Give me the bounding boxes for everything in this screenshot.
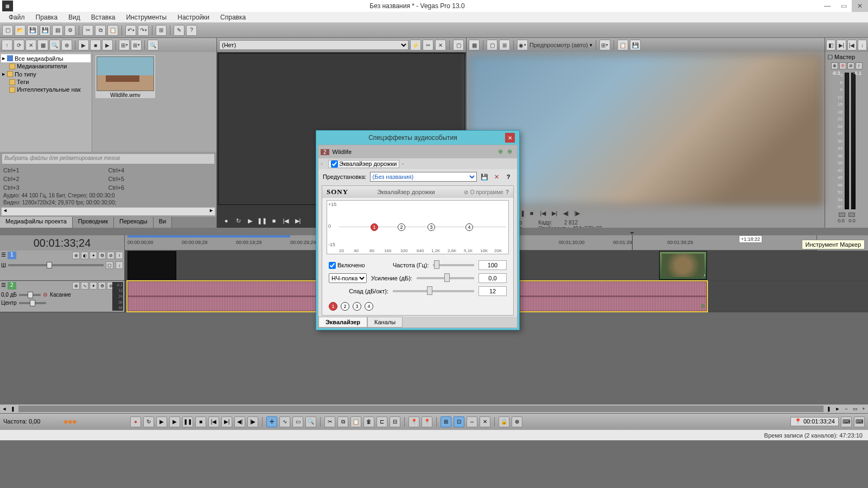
trimmer-dropdown[interactable]: (Нет) [219,40,409,50]
fx-icon[interactable]: ✦ [90,252,97,259]
level-slider[interactable] [8,264,104,266]
m-btn3[interactable]: |◀ [847,40,857,50]
play-icon[interactable]: ▶ [78,40,89,50]
fx-enable-checkbox[interactable] [331,160,338,168]
autocross-icon[interactable]: ✕ [480,416,490,427]
marker-icon[interactable]: 📍 [409,416,419,427]
automation-icon[interactable]: ◐ [81,252,88,259]
new-icon[interactable]: ▢ [2,25,13,36]
quantize-icon[interactable]: ⊡ [454,416,464,427]
filter-type-dropdown[interactable]: НЧ-полка [329,273,367,283]
fx2-icon[interactable]: ✂ [423,40,433,50]
fader-r[interactable] [848,213,855,217]
rolloff-input[interactable] [478,286,507,296]
eq-band-1[interactable]: 1 [371,223,378,231]
tab-channels[interactable]: Каналы [367,317,403,328]
normal-edit-icon[interactable]: ✛ [266,416,277,427]
video-clip[interactable] [127,251,176,280]
gostart-icon[interactable]: |◀ [208,416,219,427]
saveas-icon[interactable]: 💾 [40,25,50,36]
tree-smart[interactable]: Интеллектуальные нак [1,86,91,93]
preview-screen[interactable] [469,54,822,205]
menu-view[interactable]: Вид [63,12,86,22]
eq-graph[interactable]: +15 0 -15 1 2 3 4 20 40 80 160 320 640 1… [327,200,509,254]
snap-icon[interactable]: ⊞ [441,416,451,427]
mute-icon[interactable]: ⊘ [107,252,114,259]
undo-icon[interactable]: ↶ [125,25,136,36]
redo-icon[interactable]: ↷ [138,25,149,36]
m-btn4[interactable]: ↓ [858,40,867,50]
stop-icon[interactable]: ■ [527,208,537,218]
timeline-timecode[interactable]: 00:01:33;24 [0,235,125,251]
stop-icon[interactable]: ■ [195,416,206,427]
search-icon[interactable]: 🔍 [148,40,158,50]
master-gear-icon[interactable]: ⚙ [839,62,846,69]
views-icon[interactable]: ⊞ [119,40,130,50]
freq-input[interactable] [478,260,507,270]
help-icon[interactable]: ? [504,172,513,181]
m-btn2[interactable]: ▶| [837,40,846,50]
fx-enable-tab[interactable]: Эквалайзер дорожки [328,160,399,168]
tab-transitions[interactable]: Переходы [114,217,154,228]
region-icon[interactable]: 📍 [422,416,432,427]
chain-fx-icon[interactable]: ⊕ [507,148,515,156]
quality-icon[interactable]: ◉ [517,40,528,50]
goend-icon[interactable]: ▶| [221,416,232,427]
display-icon[interactable]: ▢ [453,40,464,50]
save-preset-icon[interactable]: 💾 [480,172,489,181]
preset-dropdown[interactable]: (Без названия) [370,172,477,182]
media-thumb[interactable]: Wildlife.wmv [95,55,155,98]
comp-icon[interactable]: ▢ [106,261,113,269]
next-fx-icon[interactable]: ◦ [401,160,407,167]
master-solo-icon[interactable]: ! [856,62,863,69]
autoripple-icon[interactable]: ↔ [467,416,477,427]
tab-project-media[interactable]: Медиафайлы проекта [0,217,73,228]
video-clip-end[interactable]: ⊕ [659,251,707,280]
marker-tool-icon[interactable]: ✎ [174,25,184,36]
kb2-icon[interactable]: ⌨ [854,416,865,427]
help-icon[interactable]: ? [186,25,197,36]
copy-icon[interactable]: ⧉ [337,416,348,427]
playstart-icon[interactable]: ▶ [156,416,167,427]
refresh-icon[interactable]: ⟳ [14,40,24,50]
band-enable-checkbox[interactable] [329,262,336,269]
clip-fx-icon[interactable]: ⊕ [700,303,705,310]
menu-options[interactable]: Настройки [172,12,215,22]
tab-equalizer[interactable]: Эквалайзер [318,317,367,328]
stop-icon[interactable]: ■ [90,40,101,50]
loop-icon[interactable]: ↻ [143,416,154,427]
play-icon[interactable]: ▶ [245,216,255,226]
fx-icon[interactable]: ✦ [90,282,97,290]
master-mute-icon[interactable]: ⊘ [847,62,854,69]
prevframe-icon[interactable]: ◀| [234,416,245,427]
menu-tools[interactable]: Инструменты [120,12,172,22]
dialog-close-icon[interactable]: ✕ [505,133,515,143]
goend-icon[interactable]: ▶| [550,208,559,218]
snapshot-icon[interactable]: 📋 [617,40,628,50]
bypass-icon[interactable]: ⊕ [72,252,80,259]
band-btn-4[interactable]: 4 [365,302,373,311]
video-track-header[interactable]: ☰ 1 ⊕ ◐ ✦ ⚙ ⊘ ! Ш ▢ ↓ [0,251,125,280]
properties-icon[interactable]: ⚙ [65,25,75,36]
tab-explorer[interactable]: Проводник [73,217,114,228]
trim-icon[interactable]: ⊏ [376,416,387,427]
menu-file[interactable]: Файл [3,12,30,22]
audio-track-header[interactable]: ☰ 2 ⊕ ∿ ✦ ⚙ ⊘ ! 0,0 дБ ⚙Касание Центр -6… [0,281,125,312]
eq-band-4[interactable]: 4 [465,223,473,231]
menu-help[interactable]: Справка [215,12,251,22]
ignore-icon[interactable]: ⊗ [512,416,522,427]
kb-icon[interactable]: ⌨ [841,416,852,427]
minimize-button[interactable]: — [819,0,835,12]
end-icon[interactable]: ▶| [293,216,303,226]
save-icon[interactable]: 💾 [27,25,38,36]
paste-icon[interactable]: 📋 [107,25,118,36]
remove-icon[interactable]: ✕ [435,40,446,50]
split-icon[interactable]: ⊟ [390,416,400,427]
start-icon[interactable]: |◀ [281,216,291,226]
pan-slider[interactable] [19,302,46,304]
rate-marker[interactable]: +1:18:22 [739,235,762,243]
eq-band-3[interactable]: 3 [427,223,435,231]
nextframe-icon[interactable]: |▶ [247,416,258,427]
band-btn-3[interactable]: 3 [353,302,361,311]
pause-icon[interactable]: ❚❚ [182,416,193,427]
